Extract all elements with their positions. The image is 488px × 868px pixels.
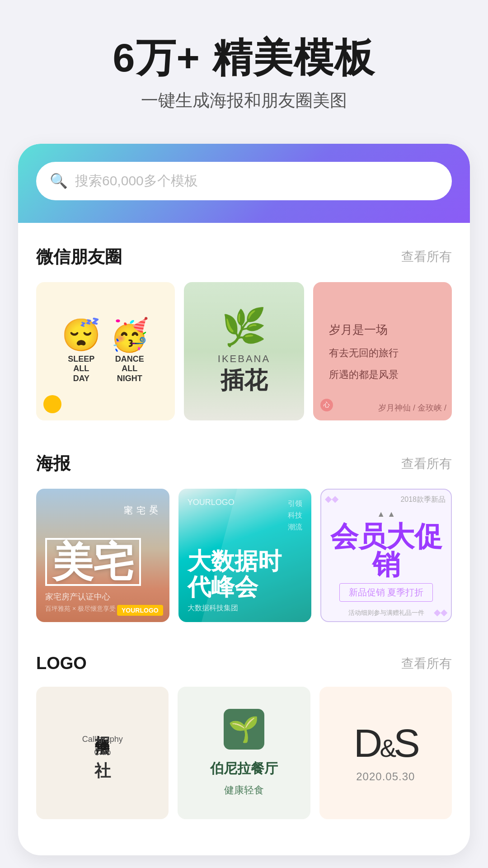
poster-member-label: ▲ ▲	[377, 509, 395, 519]
poster-template-bigdata[interactable]: YOURLOGO 引领科技潮流 大数据时代峰会 大数据科技集团	[178, 489, 312, 622]
ikebana-leaves-icon: 🌿	[221, 306, 267, 349]
logo-template-calligraphy[interactable]: 挥毫书法 Calligraphy Club 社	[36, 687, 169, 819]
logo-section-title: LOGO	[36, 654, 87, 673]
poster-deco-br: ◆◆	[434, 607, 447, 618]
poster-template-row: 尽美宅宅家宅 美宅 家宅房产认证中心 百坪雅苑 × 极尽惬意享受 YOURLOG…	[36, 489, 452, 622]
poster-section: 海报 查看所有 尽美宅宅家宅 美宅 家宅房产认证中心 百坪雅苑 × 极尽惬意享受…	[18, 429, 470, 631]
wechat-section-title: 微信朋友圈	[36, 245, 122, 269]
logo-section: LOGO 查看所有 挥毫书法 Calligraphy Club 社 🌱 伯尼拉餐…	[18, 631, 470, 828]
dance-text: DANCEALLNIGHT	[110, 354, 149, 384]
poem-line1: 岁月是一场	[329, 319, 436, 340]
sleep-text: SLEEPALLDAY	[61, 354, 101, 384]
wechat-template-poem[interactable]: 岁月是一场 有去无回的旅行 所遇的都是风景 岁月神仙 / 金玫峡 / 心	[313, 282, 452, 421]
poster-tag: 引领科技潮流	[288, 498, 302, 533]
poster-member-big: 会员大促销	[328, 523, 444, 579]
card-header: 🔍 搜索60,000多个模板	[18, 144, 470, 223]
calligraphy-content: 挥毫书法 Calligraphy Club 社	[82, 724, 123, 782]
poster-deco-tl: ◆◆	[325, 493, 338, 504]
search-placeholder: 搜索60,000多个模板	[75, 172, 198, 190]
poster-bottom: 美宅 家宅房产认证中心 百坪雅苑 × 极尽惬意享受	[45, 538, 160, 613]
restaurant-sub: 健康轻食	[224, 783, 264, 797]
sleep-icon: 😴	[61, 319, 101, 351]
dance-item: 🥳 DANCEALLNIGHT	[110, 319, 149, 384]
poster-year-badge: 2018款季新品	[400, 495, 446, 505]
restaurant-leaf-icon: 🌱	[228, 715, 259, 744]
ds-date: 2020.05.30	[356, 770, 415, 783]
poem-badge: 心	[324, 401, 330, 409]
ikebana-cn-text: 插花	[221, 365, 267, 396]
calligraphy-cn: 挥毫书法	[95, 724, 110, 731]
poster-bigdata-sub: 大数据科技集团	[188, 604, 303, 613]
hero-title: 6万+ 精美模板	[27, 36, 461, 80]
logo-template-ds[interactable]: D&S 2020.05.30	[319, 687, 452, 819]
ikebana-image: 🌿 IKEBANA 插花	[184, 282, 305, 421]
dance-icon: 🥳	[110, 319, 149, 351]
sleep-dance-inner: 😴 SLEEPALLDAY 🥳 DANCEALLNIGHT	[61, 319, 149, 384]
logo-header: LOGO 查看所有	[36, 654, 452, 673]
hero-subtitle: 一键生成海报和朋友圈美图	[27, 89, 461, 112]
poster-header: 海报 查看所有	[36, 452, 452, 475]
logo-template-restaurant[interactable]: 🌱 伯尼拉餐厅 健康轻食	[178, 687, 310, 819]
wechat-template-ikebana[interactable]: 🌿 IKEBANA 插花	[184, 282, 305, 421]
poster-big-text: 美宅	[45, 538, 141, 586]
poem-author: 岁月神仙 / 金玫峡 /	[378, 402, 446, 413]
poster-section-title: 海报	[36, 452, 70, 475]
restaurant-name: 伯尼拉餐厅	[210, 760, 278, 778]
logo-template-row: 挥毫书法 Calligraphy Club 社 🌱 伯尼拉餐厅 健康轻食 D&S	[36, 687, 452, 819]
poster-template-real-estate[interactable]: 尽美宅宅家宅 美宅 家宅房产认证中心 百坪雅苑 × 极尽惬意享受 YOURLOG…	[36, 489, 169, 622]
poster-member-sub: 新品促销 夏季打折	[339, 583, 433, 602]
logo-view-all[interactable]: 查看所有	[401, 655, 452, 672]
restaurant-icon-bg: 🌱	[224, 709, 264, 750]
poster-bigdata-big: 大数据时代峰会	[188, 548, 303, 600]
poem-line3: 所遇的都是风景	[329, 366, 436, 384]
poster-logo-badge: YOURLOGO	[117, 605, 163, 616]
search-icon: 🔍	[50, 174, 68, 188]
wechat-template-sleep-dance[interactable]: 😴 SLEEPALLDAY 🥳 DANCEALLNIGHT	[36, 282, 175, 421]
search-bar[interactable]: 🔍 搜索60,000多个模板	[36, 162, 452, 200]
poster-view-all[interactable]: 查看所有	[401, 455, 452, 472]
poster-template-member[interactable]: 2018款季新品 ▲ ▲ 会员大促销 新品促销 夏季打折 活动细则参与满赠礼品一…	[320, 489, 452, 622]
poster-sub-text: 家宅房产认证中心	[45, 591, 160, 602]
ikebana-en-text: IKEBANA	[218, 353, 270, 365]
poster-bigdata-text: 大数据时代峰会	[188, 548, 303, 600]
poster-member-details: 活动细则参与满赠礼品一件	[321, 608, 451, 618]
calligraphy-en2: Club	[94, 748, 111, 757]
calligraphy-en1: Calligraphy	[82, 734, 123, 745]
ds-letters: D&S	[354, 723, 418, 763]
app-card: 🔍 搜索60,000多个模板 微信朋友圈 查看所有 😴 SLEEPALLDAY …	[18, 144, 470, 856]
wechat-view-all[interactable]: 查看所有	[401, 248, 452, 265]
calligraphy-social: 社	[94, 760, 111, 782]
wechat-section: 微信朋友圈 查看所有 😴 SLEEPALLDAY 🥳 DANCEALLNIGHT	[18, 223, 470, 430]
poem-line2: 有去无回的旅行	[329, 344, 436, 362]
poster-yourlogo: YOURLOGO	[188, 498, 235, 507]
wechat-badge	[43, 395, 61, 413]
wechat-template-row: 😴 SLEEPALLDAY 🥳 DANCEALLNIGHT 🌿 IKEBANA …	[36, 282, 452, 421]
sleep-item: 😴 SLEEPALLDAY	[61, 319, 101, 384]
wechat-header: 微信朋友圈 查看所有	[36, 245, 452, 269]
hero-section: 6万+ 精美模板 一键生成海报和朋友圈美图	[0, 0, 488, 130]
